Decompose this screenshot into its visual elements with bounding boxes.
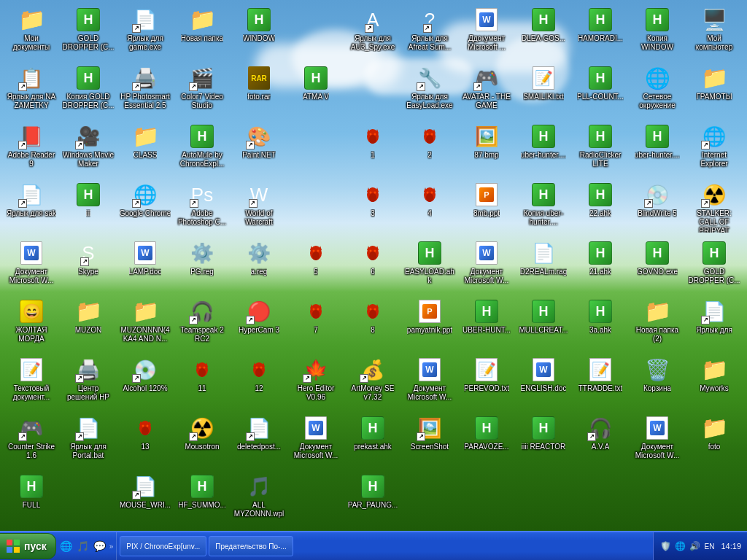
desktop-icon-98[interactable]: 🖼️↗ScreenShot bbox=[402, 412, 457, 469]
ql-expand[interactable]: » bbox=[109, 542, 114, 551]
desktop-icon-23[interactable]: HPLL-COUNT... bbox=[573, 62, 628, 119]
desktop-icon-94[interactable]: ☢️↗Mousotron bbox=[174, 412, 230, 469]
desktop-icon-92[interactable]: 📄↗Ярлык для Portal.bat bbox=[61, 412, 116, 469]
desktop-icon-8[interactable]: WДдокумент Microsoft ... bbox=[459, 4, 514, 61]
ql-ie[interactable]: 🌐 bbox=[59, 539, 74, 553]
start-button[interactable]: пуск bbox=[0, 533, 56, 559]
desktop-icon-108[interactable]: 🎵ALL MYZONNN.wpl bbox=[231, 470, 287, 527]
tray-network[interactable]: 🌐 bbox=[674, 540, 686, 552]
desktop-icon-73[interactable]: HUBER-HUNT... bbox=[459, 295, 514, 352]
desktop-icon-17[interactable]: RARfoto.rar bbox=[231, 62, 287, 119]
desktop-icon-80[interactable]: 💿↗Alcohol 120% bbox=[117, 354, 173, 411]
desktop-icon-91[interactable]: 🎮↗Counter Strike 1.6 bbox=[4, 412, 59, 469]
desktop-icon-64[interactable]: HGOLD DROPPER (C... bbox=[686, 237, 742, 294]
desktop-icon-99[interactable]: HPARAVOZE... bbox=[459, 412, 514, 469]
desktop-icon-49[interactable]: H22.ahk bbox=[573, 179, 628, 236]
desktop-icon-18[interactable]: HATMA V bbox=[288, 62, 344, 119]
desktop-icon-57[interactable]: 5 bbox=[288, 237, 344, 294]
desktop-icon-62[interactable]: H21.ahk bbox=[573, 237, 628, 294]
taskbar-window-pred[interactable]: Предательство По-... bbox=[209, 536, 293, 556]
desktop-icon-87[interactable]: WENGLISH.doc bbox=[516, 354, 571, 411]
tray-lang[interactable]: EN bbox=[703, 540, 715, 552]
desktop-icon-65[interactable]: 😄ЖОЛТАЯ МОРДА bbox=[4, 295, 59, 352]
desktop-icon-20[interactable]: 🔧↗Ярлык для EasyLoad.exe bbox=[402, 62, 457, 119]
desktop-icon-10[interactable]: HHAMORADI... bbox=[573, 4, 628, 61]
desktop-icon-71[interactable]: 8 bbox=[345, 295, 400, 352]
desktop-icon-40[interactable]: Hiii bbox=[61, 179, 116, 236]
desktop-icon-14[interactable]: HКопия GOLD DROPPER (C... bbox=[61, 62, 116, 119]
desktop-icon-13[interactable]: 📋↗Ярлык для NA ZAMETKY bbox=[4, 62, 59, 119]
desktop-icon-93[interactable]: 13 bbox=[117, 412, 173, 469]
desktop-icon-83[interactable]: 🍁↗Hero Editor V0.96 bbox=[288, 354, 344, 411]
desktop-icon-27[interactable]: 🎥↗Windows Movie Maker bbox=[61, 120, 116, 177]
desktop-icon-36[interactable]: HRadioClicker LITE bbox=[573, 120, 628, 177]
ql-media[interactable]: 🎵 bbox=[76, 539, 90, 553]
desktop-icon-28[interactable]: 📁CLASS bbox=[117, 120, 173, 177]
desktop-icon-82[interactable]: 12 bbox=[231, 354, 287, 411]
desktop-icon-63[interactable]: HGOVNO.exe bbox=[630, 237, 685, 294]
desktop-icon-86[interactable]: 📝PEREVOD.txt bbox=[459, 354, 514, 411]
desktop-icon-58[interactable]: 6 bbox=[345, 237, 400, 294]
desktop-icon-42[interactable]: Ps↗Adobe Photoshop C... bbox=[174, 179, 230, 236]
desktop-icon-32[interactable]: 1 bbox=[345, 120, 400, 177]
desktop-icon-76[interactable]: 📁Новая папка (2) bbox=[630, 295, 685, 352]
desktop-icon-4[interactable]: HWINDOW bbox=[231, 4, 287, 61]
taskbar-window-pix[interactable]: PIX / ChronoExp[unv... bbox=[120, 536, 206, 556]
desktop-icon-102[interactable]: WДокумент Microsoft W... bbox=[630, 412, 685, 469]
desktop-icon-79[interactable]: 🖨️↗Центр решений HP bbox=[61, 354, 116, 411]
desktop-icon-95[interactable]: 📄↗deletedpost... bbox=[231, 412, 287, 469]
desktop-icon-3[interactable]: 📁Новая папка bbox=[174, 4, 230, 61]
tray-volume[interactable]: 🔊 bbox=[689, 540, 700, 552]
desktop-icon-33[interactable]: 2 bbox=[402, 120, 457, 177]
desktop-icon-24[interactable]: 🌐Сетевое окружение bbox=[630, 62, 685, 119]
desktop-icon-45[interactable]: 3 bbox=[345, 179, 400, 236]
desktop-icon-101[interactable]: 🎧↗A.V.A bbox=[573, 412, 628, 469]
desktop-icon-110[interactable]: HPAR_PAUNG... bbox=[345, 470, 400, 527]
desktop-icon-78[interactable]: 📝Текстовый документ... bbox=[4, 354, 59, 411]
desktop-icon-53[interactable]: S↗Skype bbox=[61, 237, 116, 294]
desktop-icon-41[interactable]: 🌐↗Google Chrome bbox=[117, 179, 173, 236]
desktop-icon-38[interactable]: 🌐↗Internet Explorer bbox=[686, 120, 742, 177]
desktop-icon-77[interactable]: 📄↗Ярлык для bbox=[686, 295, 742, 352]
desktop-icon-52[interactable]: WДокумент Microsoft W... bbox=[4, 237, 59, 294]
desktop-icon-51[interactable]: ☢️↗STALKER: CALL OF PRIPYAT bbox=[686, 179, 742, 236]
desktop-icon-39[interactable]: 📄↗Ярлык для sak bbox=[4, 179, 59, 236]
desktop-icon-66[interactable]: 📁MUZON bbox=[61, 295, 116, 352]
desktop-icon-2[interactable]: 📄↗Ярлык для game.exe bbox=[117, 4, 173, 61]
desktop-icon-84[interactable]: 💰↗ArtMoney SE v7.32 bbox=[345, 354, 400, 411]
desktop-icon-68[interactable]: 🎧↗Teamspeak 2 RC2 bbox=[174, 295, 230, 352]
desktop-icon-61[interactable]: 📄D2REALm.rag bbox=[516, 237, 571, 294]
desktop-icon-103[interactable]: 📁foto bbox=[686, 412, 742, 469]
desktop-icon-74[interactable]: HMULLCREAT... bbox=[516, 295, 571, 352]
desktop-icon-22[interactable]: 📝SMAILIKI.txt bbox=[516, 62, 571, 119]
desktop-icon-85[interactable]: WДокумент Microsoft W... bbox=[402, 354, 457, 411]
desktop-icon-7[interactable]: ?↗Ярлык для Afreat Sum... bbox=[402, 4, 457, 61]
desktop-icon-30[interactable]: 🎨↗Paint.NET bbox=[231, 120, 287, 177]
desktop-icon-11[interactable]: HКопия WINDOW bbox=[630, 4, 685, 61]
desktop-icon-90[interactable]: 📁Myworks bbox=[686, 354, 742, 411]
desktop-icon-6[interactable]: A↗Ярлык для AU3_Spy.exe bbox=[345, 4, 400, 61]
desktop-icon-69[interactable]: 🔴↗HyperCam 3 bbox=[231, 295, 287, 352]
desktop-icon-37[interactable]: Huber-hunter.... bbox=[630, 120, 685, 177]
desktop-icon-21[interactable]: 🎮↗AVATAR - THE GAME bbox=[459, 62, 514, 119]
desktop-icon-100[interactable]: Hiiii REACTOR bbox=[516, 412, 571, 469]
desktop-icon-75[interactable]: H3a.ahk bbox=[573, 295, 628, 352]
desktop-icon-26[interactable]: 📕↗Adobe Reader 9 bbox=[4, 120, 59, 177]
desktop-icon-47[interactable]: P8mb.ppt bbox=[459, 179, 514, 236]
desktop-icon-89[interactable]: 🗑️Корзина bbox=[630, 354, 685, 411]
desktop-icon-54[interactable]: WLAMP.doc bbox=[117, 237, 173, 294]
desktop-icon-106[interactable]: 📄↗MOUSE_WRI... bbox=[117, 470, 173, 527]
tray-security[interactable]: 🛡️ bbox=[659, 540, 671, 552]
desktop-icon-96[interactable]: WДокумент Microsoft W... bbox=[288, 412, 344, 469]
desktop-icon-97[interactable]: Hprekast.ahk bbox=[345, 412, 400, 469]
desktop-icon-16[interactable]: 🎬↗Color7 Video Studio bbox=[174, 62, 230, 119]
desktop-icon-67[interactable]: 📁MUZONNNN(4KA4 AND N... bbox=[117, 295, 173, 352]
desktop-icon-12[interactable]: 🖥️Мой компьютер bbox=[686, 4, 742, 61]
desktop-icon-9[interactable]: HDLEA-GOS... bbox=[516, 4, 571, 61]
desktop-icon-29[interactable]: HAutoMule by ChronoExpl... bbox=[174, 120, 230, 177]
ql-msg[interactable]: 💬 bbox=[93, 539, 107, 553]
desktop-icon-1[interactable]: HGOLD DROPPER (C... bbox=[61, 4, 116, 61]
desktop-icon-88[interactable]: 📝TTRADDE.txt bbox=[573, 354, 628, 411]
desktop-icon-25[interactable]: 📁ГРАМОТЫ bbox=[686, 62, 742, 119]
desktop-icon-43[interactable]: W↗World of Warcraft bbox=[231, 179, 287, 236]
